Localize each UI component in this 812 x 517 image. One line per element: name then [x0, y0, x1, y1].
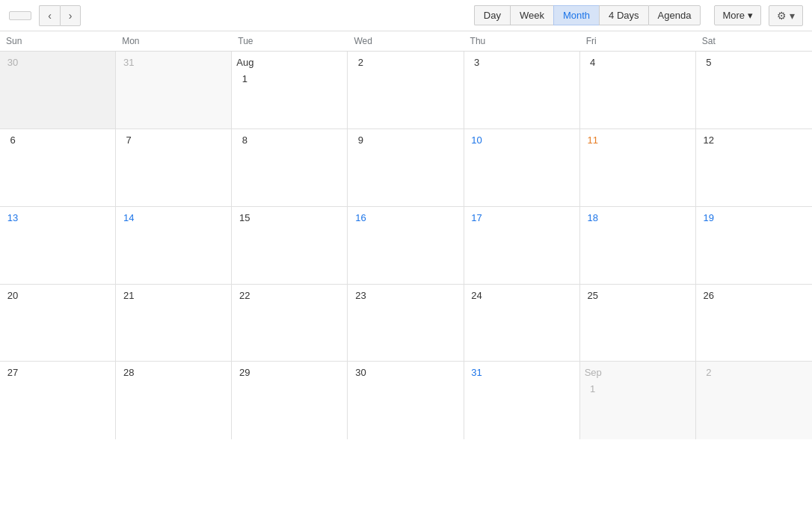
view-4days-button[interactable]: 4 Days [599, 5, 648, 25]
day-cell-w3-d3[interactable]: 23 [348, 285, 464, 362]
day-cell-w0-d4[interactable]: 3 [464, 52, 580, 129]
day-num-w3-d1[interactable]: 21 [120, 288, 137, 304]
week-row-3: 20212223242526 [0, 285, 812, 362]
day-num-w3-d3[interactable]: 23 [352, 288, 369, 304]
day-num-w1-d5[interactable]: 11 [585, 132, 601, 149]
day-num-w0-d6[interactable]: 5 [701, 55, 717, 71]
day-headers-row: Sun Mon Tue Wed Thu Fri Sat [0, 31, 812, 52]
day-cell-w2-d5[interactable]: 18 [580, 207, 696, 284]
day-cell-w2-d4[interactable]: 17 [464, 207, 580, 284]
header-fri: Fri [580, 31, 696, 51]
day-cell-w0-d3[interactable]: 2 [348, 52, 464, 129]
day-num-w3-d5[interactable]: 25 [585, 288, 601, 304]
day-num-w1-d2[interactable]: 8 [236, 132, 253, 149]
day-num-w1-d6[interactable]: 12 [701, 132, 717, 149]
day-cell-w4-d5[interactable]: Sep 1 [580, 362, 696, 439]
day-cell-w1-d1[interactable]: 7 [116, 129, 232, 206]
day-cell-w2-d6[interactable]: 19 [696, 207, 812, 284]
weeks-grid: 3031Aug 12345678910111213141516171819202… [0, 52, 812, 517]
day-num-w3-d2[interactable]: 22 [236, 288, 253, 304]
week-row-1: 6789101112 [0, 129, 812, 207]
day-cell-w0-d1[interactable]: 31 [116, 52, 232, 129]
calendar-header: ‹ › Day Week Month 4 Days Agenda More ▾ … [0, 0, 812, 31]
settings-button[interactable]: ⚙ ▾ [769, 5, 803, 26]
day-num-w0-d5[interactable]: 4 [585, 55, 601, 71]
header-thu: Thu [464, 31, 580, 51]
view-week-button[interactable]: Week [510, 5, 553, 25]
week-row-0: 3031Aug 12345 [0, 52, 812, 129]
today-button[interactable] [9, 11, 31, 20]
nav-group: ‹ › [39, 5, 81, 26]
header-mon: Mon [116, 31, 232, 51]
day-cell-w4-d1[interactable]: 28 [116, 362, 232, 439]
day-num-w3-d0[interactable]: 20 [4, 288, 21, 304]
day-cell-w3-d6[interactable]: 26 [696, 285, 812, 362]
day-cell-w1-d3[interactable]: 9 [348, 129, 464, 206]
day-cell-w1-d5[interactable]: 11 [580, 129, 696, 206]
day-cell-w1-d0[interactable]: 6 [0, 129, 116, 206]
more-button[interactable]: More ▾ [714, 5, 761, 25]
more-chevron-icon: ▾ [748, 10, 753, 21]
week-row-4: 2728293031Sep 12 [0, 362, 812, 439]
day-num-w4-d0[interactable]: 27 [4, 365, 21, 381]
day-num-w1-d4[interactable]: 10 [469, 132, 485, 149]
day-cell-w2-d0[interactable]: 13 [0, 207, 116, 284]
day-cell-w4-d4[interactable]: 31 [464, 362, 580, 439]
day-num-w2-d3[interactable]: 16 [352, 210, 369, 226]
day-cell-w1-d6[interactable]: 12 [696, 129, 812, 206]
day-num-w4-d5[interactable]: Sep 1 [585, 365, 601, 381]
day-cell-w1-d4[interactable]: 10 [464, 129, 580, 206]
next-button[interactable]: › [60, 5, 81, 26]
gear-icon: ⚙ [777, 10, 787, 22]
week-row-2: 13141516171819 [0, 207, 812, 285]
day-num-w2-d1[interactable]: 14 [120, 210, 137, 226]
day-num-w0-d2[interactable]: Aug 1 [236, 55, 253, 71]
day-num-w0-d1[interactable]: 31 [120, 55, 137, 71]
day-cell-w2-d1[interactable]: 14 [116, 207, 232, 284]
day-cell-w3-d4[interactable]: 24 [464, 285, 580, 362]
day-num-w1-d1[interactable]: 7 [120, 132, 137, 149]
day-cell-w4-d6[interactable]: 2 [696, 362, 812, 439]
day-cell-w3-d0[interactable]: 20 [0, 285, 116, 362]
day-num-w1-d3[interactable]: 9 [352, 132, 369, 149]
header-tue: Tue [232, 31, 348, 51]
day-num-w4-d1[interactable]: 28 [120, 365, 137, 381]
day-cell-w1-d2[interactable]: 8 [232, 129, 348, 206]
day-num-w2-d5[interactable]: 18 [585, 210, 601, 226]
view-month-button[interactable]: Month [553, 5, 599, 25]
view-day-button[interactable]: Day [474, 5, 510, 25]
day-num-w2-d2[interactable]: 15 [236, 210, 253, 226]
day-num-w2-d4[interactable]: 17 [469, 210, 485, 226]
day-num-w0-d0[interactable]: 30 [4, 55, 21, 71]
day-cell-w3-d2[interactable]: 22 [232, 285, 348, 362]
settings-chevron-icon: ▾ [790, 10, 795, 22]
day-num-w4-d4[interactable]: 31 [469, 365, 485, 381]
day-cell-w2-d2[interactable]: 15 [232, 207, 348, 284]
day-num-w3-d6[interactable]: 26 [701, 288, 717, 304]
view-agenda-button[interactable]: Agenda [648, 5, 701, 25]
day-num-w4-d3[interactable]: 30 [352, 365, 369, 381]
day-cell-w4-d2[interactable]: 29 [232, 362, 348, 439]
calendar-grid: Sun Mon Tue Wed Thu Fri Sat 3031Aug 1234… [0, 31, 812, 517]
day-num-w1-d0[interactable]: 6 [4, 132, 21, 149]
view-switcher: Day Week Month 4 Days Agenda [474, 5, 701, 25]
day-num-w4-d2[interactable]: 29 [236, 365, 253, 381]
day-cell-w2-d3[interactable]: 16 [348, 207, 464, 284]
more-label: More [722, 10, 745, 21]
day-cell-w3-d5[interactable]: 25 [580, 285, 696, 362]
day-num-w3-d4[interactable]: 24 [469, 288, 485, 304]
day-cell-w4-d0[interactable]: 27 [0, 362, 116, 439]
day-cell-w4-d3[interactable]: 30 [348, 362, 464, 439]
day-cell-w0-d2[interactable]: Aug 1 [232, 52, 348, 129]
day-cell-w0-d0[interactable]: 30 [0, 52, 116, 129]
day-num-w4-d6[interactable]: 2 [701, 365, 717, 381]
prev-button[interactable]: ‹ [39, 5, 60, 26]
day-cell-w0-d6[interactable]: 5 [696, 52, 812, 129]
header-sun: Sun [0, 31, 116, 51]
day-num-w2-d0[interactable]: 13 [4, 210, 21, 226]
day-cell-w0-d5[interactable]: 4 [580, 52, 696, 129]
day-num-w0-d4[interactable]: 3 [469, 55, 485, 71]
day-cell-w3-d1[interactable]: 21 [116, 285, 232, 362]
day-num-w2-d6[interactable]: 19 [701, 210, 717, 226]
day-num-w0-d3[interactable]: 2 [352, 55, 369, 71]
